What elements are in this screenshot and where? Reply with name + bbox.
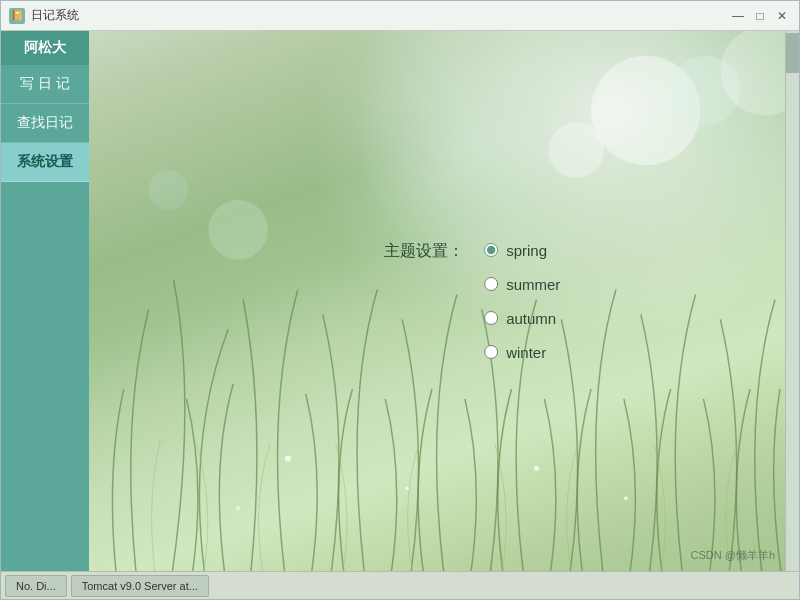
theme-label-summer: summer xyxy=(506,276,560,293)
sidebar-item-search-diary[interactable]: 查找日记 xyxy=(1,104,89,143)
app-icon: 📔 xyxy=(9,8,25,24)
window-title: 日记系统 xyxy=(31,7,729,24)
sidebar-item-settings[interactable]: 系统设置 xyxy=(1,143,89,182)
theme-label-autumn: autumn xyxy=(506,310,556,327)
taskbar-btn-2[interactable]: Tomcat v9.0 Server at... xyxy=(71,575,209,597)
sidebar-item-write-diary[interactable]: 写 日 记 xyxy=(1,65,89,104)
radio-spring[interactable] xyxy=(484,243,498,257)
theme-option-spring[interactable]: spring xyxy=(484,235,560,265)
radio-autumn[interactable] xyxy=(484,311,498,325)
maximize-button[interactable]: □ xyxy=(751,7,769,25)
radio-summer[interactable] xyxy=(484,277,498,291)
minimize-button[interactable]: — xyxy=(729,7,747,25)
app-window: 📔 日记系统 — □ ✕ 阿松大 写 日 记 查找日记 系统设置 xyxy=(0,0,800,600)
theme-label-winter: winter xyxy=(506,344,546,361)
close-button[interactable]: ✕ xyxy=(773,7,791,25)
settings-row: 主题设置： spring summer autumn xyxy=(384,235,560,367)
window-controls: — □ ✕ xyxy=(729,7,791,25)
scrollbar[interactable] xyxy=(785,31,799,571)
theme-label-spring: spring xyxy=(506,242,547,259)
radio-winter[interactable] xyxy=(484,345,498,359)
theme-option-summer[interactable]: summer xyxy=(484,269,560,299)
theme-option-winter[interactable]: winter xyxy=(484,337,560,367)
taskbar-btn-1[interactable]: No. Di... xyxy=(5,575,67,597)
watermark: CSDN @懒羊羊h xyxy=(690,548,775,563)
theme-option-autumn[interactable]: autumn xyxy=(484,303,560,333)
theme-radio-group: spring summer autumn winter xyxy=(484,235,560,367)
sidebar: 阿松大 写 日 记 查找日记 系统设置 xyxy=(1,31,89,571)
settings-section-label: 主题设置： xyxy=(384,235,464,267)
main-content: 阿松大 写 日 记 查找日记 系统设置 xyxy=(1,31,799,571)
content-pane: 主题设置： spring summer autumn xyxy=(89,31,785,571)
taskbar: No. Di... Tomcat v9.0 Server at... xyxy=(1,571,799,599)
scrollbar-thumb[interactable] xyxy=(786,33,799,73)
sidebar-username: 阿松大 xyxy=(1,31,89,65)
settings-panel: 主题设置： spring summer autumn xyxy=(384,235,560,367)
titlebar: 📔 日记系统 — □ ✕ xyxy=(1,1,799,31)
